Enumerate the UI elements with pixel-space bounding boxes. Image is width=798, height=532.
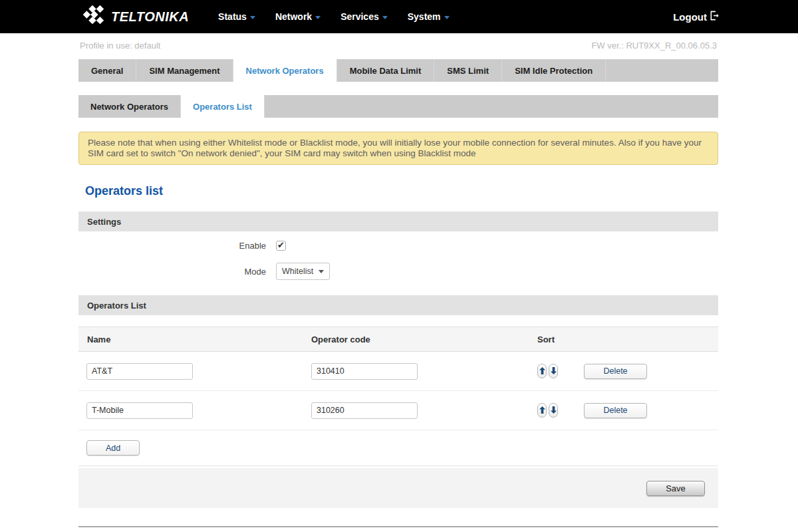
sort-down-button[interactable] <box>549 364 558 378</box>
tab-sim-management[interactable]: SIM Management <box>136 59 233 82</box>
mode-label: Mode <box>78 267 276 277</box>
tab-label: Network Operators <box>90 102 168 112</box>
footer-bar: Save <box>78 468 718 508</box>
nav-services-label: Services <box>340 11 379 22</box>
fw-version: FW ver.: RUT9XX_R_00.06.05.3 <box>591 41 717 51</box>
settings-section-header: Settings <box>78 211 718 231</box>
page-title: Operators list <box>85 184 718 198</box>
top-bar: TELTONIKA Status Network Services System… <box>0 0 798 33</box>
operators-section-header: Operators List <box>78 295 718 315</box>
arrow-up-icon <box>539 406 545 416</box>
delete-button[interactable]: Delete <box>584 403 647 418</box>
main-tabbar: General SIM Management Network Operators… <box>78 59 718 82</box>
profile-in-use: Profile in use: default <box>80 41 160 51</box>
sort-up-button[interactable] <box>537 364 547 378</box>
sort-up-button[interactable] <box>537 403 547 418</box>
chevron-down-icon <box>250 16 255 19</box>
brand-logo: TELTONIKA <box>78 4 189 29</box>
tab-label: Network Operators <box>246 66 324 76</box>
column-header-operator-code: Operator code <box>311 334 537 344</box>
nav-system[interactable]: System <box>408 11 450 22</box>
operator-code-input[interactable] <box>311 402 418 419</box>
enable-row: Enable <box>78 241 718 251</box>
arrow-down-icon <box>551 406 557 416</box>
tab-network-operators[interactable]: Network Operators <box>233 59 337 82</box>
column-header-name: Name <box>78 334 311 344</box>
sub-tabbar: Network Operators Operators List <box>78 95 718 118</box>
subtab-operators-list[interactable]: Operators List <box>181 95 265 118</box>
arrow-up-icon <box>539 366 545 376</box>
teltonika-diamonds-icon <box>78 4 106 29</box>
meta-row: Profile in use: default FW ver.: RUT9XX_… <box>78 33 718 59</box>
save-button[interactable]: Save <box>646 481 705 496</box>
add-button[interactable]: Add <box>86 440 140 456</box>
logout-exit-icon <box>710 11 720 23</box>
nav-status-label: Status <box>218 11 247 22</box>
operator-code-input[interactable] <box>311 363 418 380</box>
operator-name-input[interactable] <box>86 363 193 380</box>
nav-status[interactable]: Status <box>218 11 255 22</box>
table-row: Delete <box>78 352 718 391</box>
bottom-divider <box>78 526 718 527</box>
chevron-down-icon <box>444 16 450 19</box>
enable-checkbox[interactable] <box>276 241 286 251</box>
brand-name: TELTONIKA <box>111 9 189 25</box>
main-nav: Status Network Services System <box>218 11 449 22</box>
table-row: Delete <box>78 391 718 430</box>
warning-notice: Please note that when using either White… <box>78 132 718 165</box>
mode-select-value: Whitelist <box>282 267 313 276</box>
tab-general[interactable]: General <box>78 59 136 82</box>
table-header-row: Name Operator code Sort <box>78 327 718 352</box>
tab-label: Mobile Data Limit <box>350 66 422 76</box>
delete-button[interactable]: Delete <box>584 364 647 379</box>
logout-label: Logout <box>673 11 707 23</box>
chevron-down-icon <box>315 16 321 19</box>
subtab-network-operators[interactable]: Network Operators <box>78 95 181 118</box>
chevron-down-icon <box>319 270 324 273</box>
nav-network-label: Network <box>275 11 312 22</box>
mode-row: Mode Whitelist <box>78 263 718 280</box>
sort-down-button[interactable] <box>549 403 558 418</box>
tab-label: SIM Idle Protection <box>515 66 593 76</box>
tab-mobile-data-limit[interactable]: Mobile Data Limit <box>337 59 435 82</box>
nav-network[interactable]: Network <box>275 11 321 22</box>
add-row: Add <box>78 430 718 466</box>
nav-services[interactable]: Services <box>340 11 388 22</box>
column-header-sort: Sort <box>537 334 584 344</box>
logout-button[interactable]: Logout <box>673 11 720 23</box>
nav-system-label: System <box>408 11 441 22</box>
tab-label: SIM Management <box>149 66 219 76</box>
tab-sim-idle-protection[interactable]: SIM Idle Protection <box>502 59 606 82</box>
chevron-down-icon <box>382 16 388 19</box>
tab-label: Operators List <box>193 102 252 112</box>
mode-select[interactable]: Whitelist <box>276 263 330 280</box>
enable-label: Enable <box>78 241 276 251</box>
tab-label: General <box>91 66 123 76</box>
operator-name-input[interactable] <box>86 402 193 419</box>
tab-sms-limit[interactable]: SMS Limit <box>434 59 502 82</box>
tab-label: SMS Limit <box>447 66 489 76</box>
arrow-down-icon <box>551 366 557 376</box>
